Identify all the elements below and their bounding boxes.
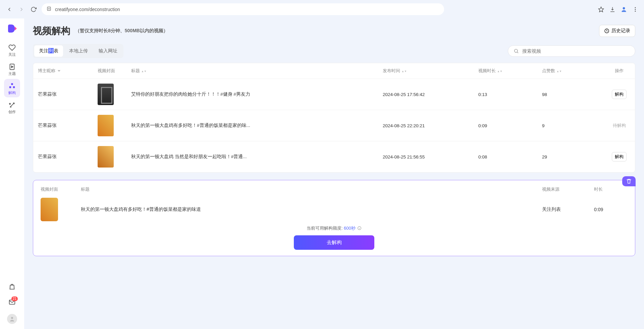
table-row[interactable]: 芒果蒜张 秋天的第一顿大盘鸡 当然是和好朋友一起吃啦！#普通... 2024-0… [33,141,635,172]
cell-duration: 0:13 [478,92,542,97]
tab-input-url[interactable]: 输入网址 [94,45,122,57]
blocks-icon [8,82,16,90]
back-button[interactable] [5,5,13,13]
svg-point-13 [515,49,518,52]
sidebar-messages[interactable]: 21 [8,298,16,307]
col-cover: 视频封面 [98,68,131,74]
svg-marker-1 [599,7,604,12]
svg-rect-7 [11,83,13,85]
col-publish[interactable]: 发布时间 [383,68,400,73]
cell-author: 芒果蒜张 [37,91,98,97]
person-icon [9,316,15,322]
star-icon[interactable] [598,6,604,13]
cell-duration: 0:09 [478,123,542,128]
info-icon[interactable] [357,226,362,230]
url-text: creatifyone.com/deconstruction [55,7,120,12]
svg-rect-8 [9,86,11,88]
heart-icon [8,44,16,51]
magic-icon [8,101,16,109]
content-toolbar: 关注列表 本地上传 输入网址 [33,44,635,58]
reload-button[interactable] [30,5,38,13]
sidebar-label: 主题 [8,71,16,76]
video-thumbnail [41,198,58,221]
app-sidebar: 关注 主题 解构 创作 21 [0,18,24,329]
video-thumbnail [98,146,114,168]
sort-icon: ▲▼ [401,70,407,72]
video-thumbnail [98,84,114,105]
col-author[interactable]: 博主昵称 [38,68,55,74]
bag-icon [8,283,16,290]
pending-label: 待解构 [613,123,626,128]
cell-publish: 2024-08-25 21:56:55 [383,154,478,159]
deconstruct-button[interactable]: 解构 [612,152,627,161]
sidebar-label: 关注 [8,52,16,57]
sidebar-item-deconstruct[interactable]: 解构 [4,79,20,97]
user-avatar[interactable] [7,314,17,324]
sort-icon: ▲▼ [556,70,562,72]
menu-icon[interactable] [632,6,639,13]
search-box[interactable] [508,45,635,57]
scol-title: 标题 [81,186,542,192]
svg-point-11 [11,317,13,319]
page-header: 视频解构 （暂仅支持时长8分钟、500MB以内的视频） 历史记录 [33,25,635,37]
col-action: 操作 [607,68,631,74]
download-icon[interactable] [609,6,616,13]
search-input[interactable] [522,48,630,54]
sidebar-shop[interactable] [8,283,16,292]
sidebar-item-create[interactable]: 创作 [4,98,20,116]
scol-source: 视频来源 [542,186,594,192]
cell-likes: 29 [542,154,607,159]
cell-author: 芒果蒜张 [37,123,98,129]
sidebar-item-topic[interactable]: 主题 [4,60,20,78]
play-file-icon [8,63,16,70]
table-row[interactable]: 芒果蒜张 艾特你的好朋友把你的肉给她分十斤！！！#健身 #男友力 2024-08… [33,79,635,110]
cell-title: 秋天的第一顿大盘鸡 当然是和好朋友一起吃啦！#普通... [131,154,383,160]
svg-point-4 [635,9,636,10]
clock-icon [604,28,609,34]
profile-icon[interactable] [621,6,627,13]
site-info-icon[interactable] [46,6,52,12]
svg-point-2 [623,7,625,9]
source-tabs: 关注列表 本地上传 输入网址 [33,44,123,58]
browser-toolbar: creatifyone.com/deconstruction [0,0,644,18]
quota-text: 当前可用解构额度: 600秒 [41,225,628,231]
col-likes[interactable]: 点赞数 [542,68,555,73]
cell-duration: 0:08 [478,154,542,159]
sidebar-label: 创作 [8,109,16,114]
cell-title: 秋天的第一顿大盘鸡有多好吃！#普通的饭菜都是家的味... [131,123,383,129]
svg-point-5 [635,10,636,11]
trash-icon [626,178,632,184]
history-button[interactable]: 历史记录 [599,25,635,37]
go-deconstruct-button[interactable]: 去解构 [294,235,374,250]
video-table: 博主昵称 视频封面 标题▲▼ 发布时间▲▼ 视频时长▲▼ 点赞数▲▼ 操作 芒果… [33,63,635,173]
selected-header: 视频封面 标题 视频来源 时长 [41,186,628,192]
sidebar-label: 解构 [8,90,16,95]
main-content: 视频解构 （暂仅支持时长8分钟、500MB以内的视频） 历史记录 关注列表 本地… [24,18,644,329]
scol-duration: 时长 [594,186,628,192]
svg-rect-0 [47,7,50,11]
table-row[interactable]: 芒果蒜张 秋天的第一顿大盘鸡有多好吃！#普通的饭菜都是家的味... 2024-0… [33,110,635,141]
tab-local-upload[interactable]: 本地上传 [64,45,93,57]
selected-video-panel: 视频封面 标题 视频来源 时长 秋天的第一顿大盘鸡有多好吃！#普通的饭菜都是家的… [33,180,635,256]
video-thumbnail [98,115,114,136]
col-title[interactable]: 标题 [131,68,140,73]
address-bar[interactable]: creatifyone.com/deconstruction [42,3,444,15]
sort-icon: ▲▼ [141,70,147,72]
chevron-down-icon [57,69,61,73]
col-duration[interactable]: 视频时长 [478,68,496,73]
tab-follow-list[interactable]: 关注列表 [34,45,63,57]
selected-row: 秋天的第一顿大盘鸡有多好吃！#普通的饭菜都是家的味道 关注列表 0:09 [41,198,628,221]
sidebar-item-follow[interactable]: 关注 [4,41,20,59]
cell-likes: 9 [542,123,607,128]
page-subtitle: （暂仅支持时长8分钟、500MB以内的视频） [75,28,168,34]
cell-publish: 2024-08-25 22:20:21 [383,123,478,128]
scol-cover: 视频封面 [41,186,81,192]
cell-publish: 2024-08-25 17:56:42 [383,92,478,97]
page-title: 视频解构 [33,25,70,37]
deconstruct-button[interactable]: 解构 [612,90,627,99]
selected-source: 关注列表 [542,206,594,213]
table-header: 博主昵称 视频封面 标题▲▼ 发布时间▲▼ 视频时长▲▼ 点赞数▲▼ 操作 [33,63,635,79]
clear-selection-button[interactable] [622,176,636,186]
history-label: 历史记录 [611,28,630,34]
forward-button[interactable] [17,5,25,13]
